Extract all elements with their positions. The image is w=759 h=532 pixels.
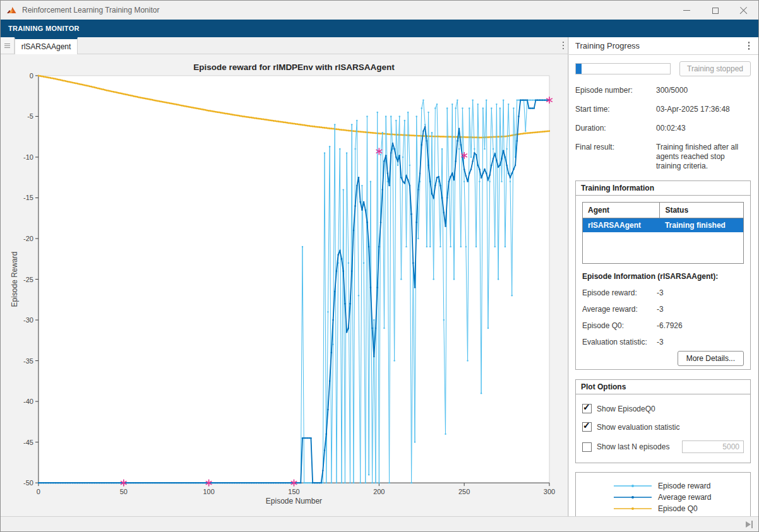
chart-legend: Episode rewardAverage rewardEpisode Q0Ev… (575, 472, 751, 517)
episode-number-label: Episode number: (575, 86, 656, 95)
episode-number-value: 300/5000 (656, 86, 751, 95)
n-episodes-input[interactable] (682, 440, 744, 453)
start-time-value: 03-Apr-2025 17:36:48 (656, 105, 751, 114)
final-result-label: Final result: (575, 143, 656, 171)
close-icon (739, 6, 748, 15)
svg-text:100: 100 (203, 488, 214, 495)
legend-item: Episode reward (580, 481, 746, 491)
legend-line-icon (613, 481, 653, 491)
svg-text:Episode Number: Episode Number (266, 497, 322, 505)
episode-q0-value: -6.7926 (657, 321, 683, 330)
svg-text:200: 200 (373, 488, 385, 495)
evaluation-statistic-label: Evaluation statistic: (582, 338, 657, 346)
legend-label: Average reward (658, 493, 712, 502)
column-header-agent: Agent (583, 203, 660, 218)
average-reward-value: -3 (657, 305, 664, 314)
tab-rlsarsaagent[interactable]: rlSARSAAgent (15, 37, 78, 54)
start-time-label: Start time: (575, 105, 656, 114)
svg-text:250: 250 (458, 488, 470, 495)
svg-text:Episode Reward: Episode Reward (10, 252, 19, 307)
svg-text:50: 50 (120, 488, 128, 495)
expand-statusbar-icon[interactable] (746, 521, 753, 528)
svg-text:-15: -15 (23, 194, 33, 201)
evaluation-statistic-value: -3 (657, 338, 664, 346)
document-tab-strip: rlSARSAAgent (1, 37, 568, 54)
panel-menu-icon[interactable] (744, 39, 754, 52)
window-title: Reinforcement Learning Training Monitor (22, 6, 159, 15)
minimize-button[interactable] (672, 1, 701, 20)
minimize-icon (683, 10, 690, 11)
app-window: Reinforcement Learning Training Monitor … (0, 0, 759, 532)
final-result-value: Training finished after all agents reach… (656, 143, 751, 171)
plot-options-title: Plot Options (576, 380, 750, 394)
training-progress-panel: Training Progress Training stopped Episo… (568, 37, 758, 517)
close-button[interactable] (729, 1, 758, 20)
matlab-logo-icon (6, 6, 17, 15)
training-information-group: Training Information Agent Status (575, 180, 751, 370)
status-bar (1, 516, 758, 531)
panel-title: Training Progress (575, 41, 640, 50)
training-progress-bar (575, 63, 671, 74)
tab-label: rlSARSAAgent (21, 42, 71, 51)
average-reward-label: Average reward: (582, 305, 657, 314)
tab-strip-menu-icon[interactable] (559, 39, 568, 52)
svg-text:-45: -45 (23, 439, 33, 446)
training-plot[interactable]: 0501001502002503000-5-10-15-20-25-30-35-… (2, 54, 566, 517)
show-evaluation-statistic-label: Show evaluation statistic (597, 423, 679, 432)
show-evaluation-statistic-checkbox[interactable] (582, 422, 592, 432)
legend-item: Episode Q0 (580, 504, 746, 514)
episode-q0-label: Episode Q0: (582, 321, 657, 330)
svg-text:-50: -50 (23, 479, 33, 487)
svg-text:-25: -25 (23, 276, 33, 283)
legend-line-icon (613, 504, 653, 514)
maximize-button[interactable] (701, 1, 729, 20)
title-bar: Reinforcement Learning Training Monitor (1, 1, 758, 20)
progress-bar-fill (576, 64, 582, 74)
svg-text:-35: -35 (23, 357, 33, 365)
episode-information-title: Episode Information (rlSARSAAgent): (582, 272, 744, 281)
svg-text:0: 0 (30, 72, 33, 80)
svg-text:-10: -10 (23, 153, 33, 161)
table-row-rlsarsaagent[interactable]: rlSARSAAgent Training finished (583, 218, 743, 233)
svg-text:Episode reward for rlMDPEnv wi: Episode reward for rlMDPEnv with rlSARSA… (193, 62, 395, 72)
ribbon-tab-label: TRAINING MONITOR (8, 25, 80, 32)
figure-pane: rlSARSAAgent 0501001502002503000-5-10-15… (1, 37, 568, 517)
column-header-status: Status (660, 203, 743, 218)
ribbon-tab-training-monitor[interactable]: TRAINING MONITOR (1, 20, 758, 37)
svg-text:150: 150 (288, 488, 299, 495)
maximize-icon (712, 8, 719, 14)
svg-text:-5: -5 (27, 112, 33, 120)
agents-table: Agent Status rlSARSAAgent Training finis… (582, 202, 744, 264)
more-details-button[interactable]: More Details... (678, 351, 744, 366)
legend-label: Episode Q0 (658, 504, 698, 513)
document-list-button[interactable] (1, 37, 15, 54)
legend-item: Average reward (580, 492, 746, 502)
episode-reward-value: -3 (657, 288, 664, 297)
episode-reward-label: Episode reward: (582, 288, 657, 297)
training-information-title: Training Information (576, 181, 750, 196)
svg-text:-30: -30 (23, 316, 33, 324)
show-last-n-episodes-label: Show last N episodes (597, 442, 669, 451)
plot-options-group: Plot Options Show EpisodeQ0 Show evaluat… (575, 379, 751, 463)
agent-cell: rlSARSAAgent (583, 218, 660, 233)
episode-reward-chart: 0501001502002503000-5-10-15-20-25-30-35-… (2, 54, 566, 517)
show-episodeq0-label: Show EpisodeQ0 (597, 405, 655, 413)
svg-text:300: 300 (544, 488, 555, 495)
duration-value: 00:02:43 (656, 124, 751, 133)
svg-text:-20: -20 (23, 235, 33, 242)
svg-text:0: 0 (37, 488, 40, 495)
status-cell: Training finished (660, 218, 743, 233)
legend-label: Episode reward (658, 482, 710, 490)
show-episodeq0-checkbox[interactable] (582, 404, 592, 413)
svg-text:-40: -40 (23, 398, 33, 405)
legend-line-icon (613, 492, 653, 502)
training-stopped-button[interactable]: Training stopped (679, 61, 751, 76)
duration-label: Duration: (575, 124, 656, 133)
show-last-n-episodes-checkbox[interactable] (582, 442, 592, 452)
